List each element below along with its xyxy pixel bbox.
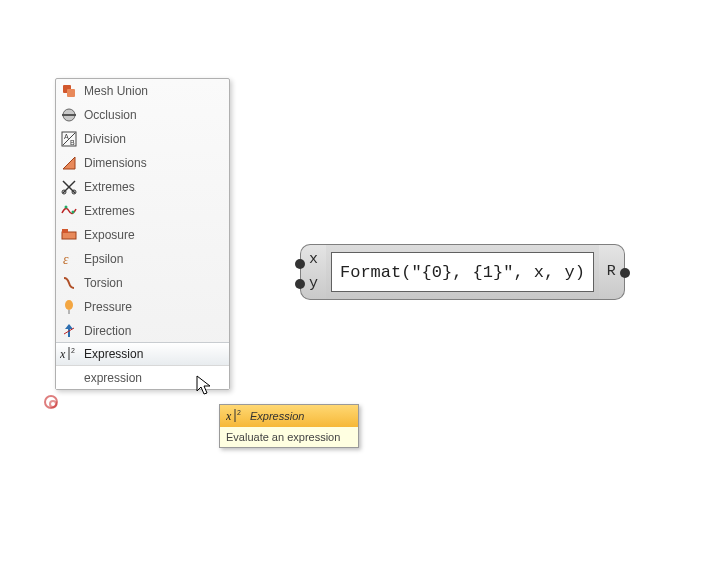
menu-item-label: Direction [84,324,131,338]
menu-item-occlusion[interactable]: Occlusion [56,103,229,127]
node-input-ports: x y [300,244,326,300]
extremes-scissor-icon [60,178,78,196]
svg-text:B: B [70,139,75,146]
svg-text:ε: ε [63,252,69,267]
menu-item-mesh-union[interactable]: Mesh Union [56,79,229,103]
menu-item-extremes-1[interactable]: Extremes [56,175,229,199]
svg-marker-8 [63,157,75,169]
menu-item-extremes-2[interactable]: Extremes [56,199,229,223]
tooltip: x2 Expression Evaluate an expression [219,404,359,448]
port-grip-icon[interactable] [295,259,305,269]
tooltip-title: Expression [250,410,304,422]
occlusion-icon [60,106,78,124]
svg-rect-15 [62,232,76,239]
menu-item-label: Division [84,132,126,146]
division-icon: AB [60,130,78,148]
menu-search-row [56,365,229,389]
menu-item-dimensions[interactable]: Dimensions [56,151,229,175]
menu-item-epsilon[interactable]: ε Epsilon [56,247,229,271]
menu-item-label: Dimensions [84,156,147,170]
svg-rect-1 [67,89,75,97]
port-grip-icon[interactable] [295,279,305,289]
menu-item-label: Exposure [84,228,135,242]
menu-item-label: Extremes [84,204,135,218]
svg-text:2: 2 [71,347,75,354]
input-port-x[interactable]: x [309,248,318,272]
exposure-icon [60,226,78,244]
output-port-r[interactable]: R [607,260,616,284]
svg-point-18 [65,300,73,310]
svg-text:2: 2 [237,409,241,416]
tooltip-body: Evaluate an expression [220,427,358,447]
menu-item-pressure[interactable]: Pressure [56,295,229,319]
menu-item-label: Expression [84,347,143,361]
svg-rect-16 [62,229,68,233]
tooltip-header: x2 Expression [220,405,358,427]
menu-item-expression[interactable]: x2 Expression [56,342,229,366]
svg-text:x: x [60,347,66,361]
menu-item-exposure[interactable]: Exposure [56,223,229,247]
expression-icon: x2 [60,345,78,363]
menu-item-direction[interactable]: Direction [56,319,229,343]
mesh-union-icon [60,82,78,100]
menu-item-label: Epsilon [84,252,123,266]
expression-component[interactable]: x y Format("{0}, {1}", x, y) R [300,244,625,300]
input-port-y[interactable]: y [309,272,318,296]
expression-icon: x2 [226,408,244,424]
svg-point-13 [65,206,68,209]
svg-text:x: x [226,409,232,423]
node-body: Format("{0}, {1}", x, y) [326,244,599,300]
svg-text:A: A [64,133,69,140]
expression-field[interactable]: Format("{0}, {1}", x, y) [331,252,594,292]
direction-icon [60,322,78,340]
search-target-icon [44,395,58,409]
menu-search-input[interactable] [84,371,225,385]
torsion-icon [60,274,78,292]
svg-rect-3 [62,114,76,116]
component-search-menu: Mesh Union Occlusion AB Division Dimensi… [55,78,230,390]
port-grip-icon[interactable] [620,268,630,278]
extremes-wave-icon [60,202,78,220]
menu-item-division[interactable]: AB Division [56,127,229,151]
svg-point-14 [72,211,75,214]
epsilon-icon: ε [60,250,78,268]
menu-item-label: Extremes [84,180,135,194]
dimensions-icon [60,154,78,172]
menu-item-label: Torsion [84,276,123,290]
menu-item-label: Mesh Union [84,84,148,98]
pressure-icon [60,298,78,316]
menu-item-torsion[interactable]: Torsion [56,271,229,295]
menu-item-label: Occlusion [84,108,137,122]
menu-item-label: Pressure [84,300,132,314]
node-output-ports: R [599,244,625,300]
svg-marker-21 [65,324,73,329]
